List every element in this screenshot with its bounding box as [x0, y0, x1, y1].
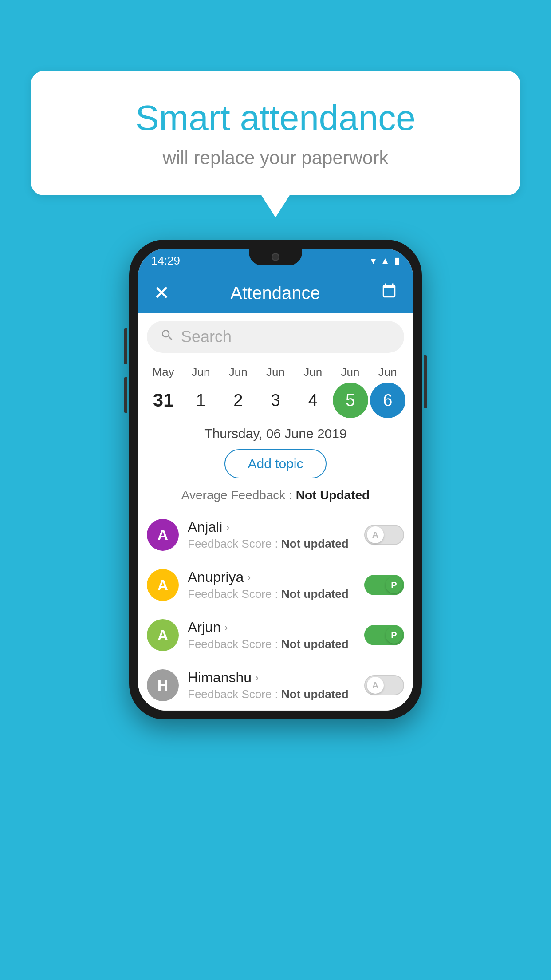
student-info-himanshu: Himanshu › Feedback Score : Not updated — [188, 669, 364, 701]
calendar-day-6-selected[interactable]: 6 — [370, 383, 405, 418]
student-feedback-arjun: Feedback Score : Not updated — [188, 637, 364, 651]
avatar-anjali: A — [147, 519, 179, 551]
toggle-knob-himanshu: A — [367, 677, 384, 694]
student-feedback-anjali: Feedback Score : Not updated — [188, 537, 364, 551]
student-info-anjali: Anjali › Feedback Score : Not updated — [188, 519, 364, 551]
speech-bubble-title: Smart attendance — [67, 98, 484, 138]
notch-camera — [272, 253, 279, 261]
add-topic-button[interactable]: Add topic — [224, 449, 326, 478]
chevron-himanshu: › — [255, 672, 259, 684]
student-item-himanshu: H Himanshu › Feedback Score : Not update… — [138, 660, 413, 711]
student-name-anupriya[interactable]: Anupriya › — [188, 569, 364, 585]
student-item-arjun: A Arjun › Feedback Score : Not updated P — [138, 610, 413, 660]
calendar-days: 31 1 2 3 4 5 6 — [145, 383, 406, 418]
calendar-day-4[interactable]: 4 — [295, 383, 331, 418]
toggle-arjun[interactable]: P — [364, 625, 404, 645]
wifi-icon: ▾ — [371, 255, 376, 267]
month-0: May — [146, 365, 181, 379]
avatar-arjun: A — [147, 619, 179, 651]
calendar-day-5-today[interactable]: 5 — [333, 383, 368, 418]
toggle-himanshu[interactable]: A — [364, 675, 404, 695]
student-feedback-himanshu: Feedback Score : Not updated — [188, 688, 364, 701]
search-placeholder: Search — [181, 328, 232, 346]
speech-bubble-container: Smart attendance will replace your paper… — [31, 71, 520, 195]
status-time: 14:29 — [151, 254, 180, 268]
speech-bubble-subtitle: will replace your paperwork — [67, 147, 484, 169]
month-4: Jun — [295, 365, 331, 379]
app-header: ✕ Attendance — [138, 273, 413, 313]
student-info-anupriya: Anupriya › Feedback Score : Not updated — [188, 569, 364, 601]
month-5: Jun — [333, 365, 368, 379]
selected-date-label: Thursday, 06 June 2019 — [138, 426, 413, 441]
student-item-anjali: A Anjali › Feedback Score : Not updated … — [138, 510, 413, 560]
avg-feedback-value: Not Updated — [296, 488, 370, 502]
status-bar: 14:29 ▾ ▲ ▮ — [138, 249, 413, 273]
student-name-himanshu[interactable]: Himanshu › — [188, 669, 364, 686]
student-name-anjali[interactable]: Anjali › — [188, 519, 364, 535]
phone-outer: 14:29 ▾ ▲ ▮ ✕ Attendance — [129, 240, 422, 719]
toggle-anjali[interactable]: A — [364, 525, 404, 545]
battery-icon: ▮ — [394, 255, 400, 267]
phone-button-power — [424, 355, 427, 408]
avg-feedback-label: Average Feedback : — [181, 488, 296, 502]
toggle-knob-anupriya: P — [386, 577, 402, 593]
avatar-himanshu: H — [147, 669, 179, 701]
toggle-knob-anjali: A — [367, 526, 384, 543]
student-feedback-anupriya: Feedback Score : Not updated — [188, 587, 364, 601]
calendar-months: May Jun Jun Jun Jun Jun Jun — [145, 365, 406, 379]
student-item-anupriya: A Anupriya › Feedback Score : Not update… — [138, 560, 413, 610]
toggle-anupriya[interactable]: P — [364, 575, 404, 595]
search-icon — [160, 328, 174, 346]
phone-button-vol-up — [124, 328, 127, 364]
close-button[interactable]: ✕ — [153, 283, 170, 303]
month-1: Jun — [183, 365, 218, 379]
avg-feedback: Average Feedback : Not Updated — [138, 488, 413, 502]
notch — [249, 249, 302, 265]
phone-screen: 14:29 ▾ ▲ ▮ ✕ Attendance — [138, 249, 413, 711]
month-2: Jun — [220, 365, 256, 379]
month-6: Jun — [370, 365, 405, 379]
calendar-day-3[interactable]: 3 — [258, 383, 293, 418]
chevron-anjali: › — [226, 521, 229, 533]
toggle-knob-arjun: P — [386, 627, 402, 644]
calendar-icon[interactable] — [381, 283, 398, 304]
phone-container: 14:29 ▾ ▲ ▮ ✕ Attendance — [129, 240, 422, 719]
student-name-arjun[interactable]: Arjun › — [188, 619, 364, 636]
signal-icon: ▲ — [380, 255, 390, 267]
calendar-day-2[interactable]: 2 — [220, 383, 256, 418]
search-bar[interactable]: Search — [147, 321, 404, 353]
calendar-section: May Jun Jun Jun Jun Jun Jun 31 1 2 3 4 5… — [138, 361, 413, 418]
phone-button-vol-down — [124, 377, 127, 413]
month-3: Jun — [258, 365, 293, 379]
chevron-arjun: › — [224, 621, 228, 634]
header-title: Attendance — [230, 283, 320, 303]
status-icons: ▾ ▲ ▮ — [371, 255, 400, 267]
chevron-anupriya: › — [247, 571, 251, 584]
speech-bubble: Smart attendance will replace your paper… — [31, 71, 520, 195]
student-info-arjun: Arjun › Feedback Score : Not updated — [188, 619, 364, 651]
student-list: A Anjali › Feedback Score : Not updated … — [138, 510, 413, 711]
calendar-day-1[interactable]: 1 — [183, 383, 218, 418]
avatar-anupriya: A — [147, 569, 179, 601]
calendar-day-31[interactable]: 31 — [146, 383, 181, 418]
